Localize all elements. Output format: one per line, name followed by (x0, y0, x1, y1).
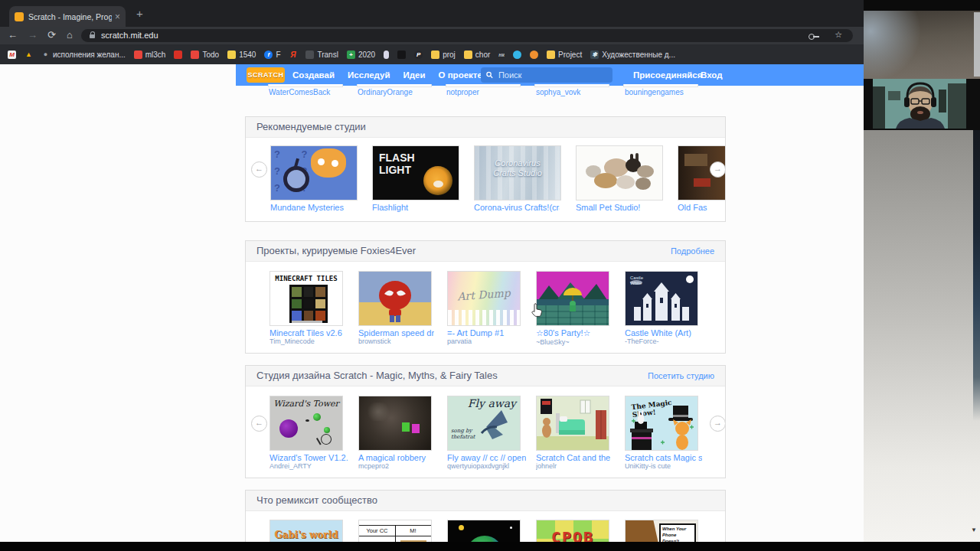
carousel-left-button[interactable]: ← (251, 161, 267, 178)
studio-title[interactable]: Mundane Mysteries (270, 203, 356, 212)
visit-studio-link[interactable]: Посетить студию (648, 366, 714, 386)
see-more-link[interactable]: Подробнее (671, 241, 714, 261)
bookmark-item[interactable]: ▲ (24, 51, 33, 59)
bookmark-item[interactable]: fF (264, 51, 280, 59)
project-card[interactable]: When Your Phone Doesn't Charge (625, 520, 698, 543)
url-text[interactable]: scratch.mit.edu (101, 31, 158, 40)
project-title[interactable]: Spiderman speed dr (358, 328, 434, 337)
studio-thumbnail[interactable]: Coronavirus Crafts Studio (474, 145, 561, 201)
studio-card[interactable]: Old Fas (678, 145, 726, 212)
bookmark-item[interactable] (530, 51, 538, 59)
close-tab-icon[interactable]: × (115, 11, 120, 22)
bookmark-item[interactable]: 1540 (227, 51, 256, 59)
project-thumbnail[interactable]: Your CC M! (358, 520, 432, 543)
project-thumbnail[interactable]: Art Dump (447, 271, 521, 326)
bookmark-item[interactable]: Transl (305, 51, 338, 59)
studio-card[interactable]: Coronavirus Crafts Studio Corona-virus C… (474, 145, 561, 212)
bookmark-item[interactable]: Project (547, 51, 582, 59)
bookmark-item[interactable] (174, 51, 182, 59)
project-thumbnail[interactable]: Wizard's Tower (270, 396, 343, 451)
reload-icon[interactable]: ⟳ (47, 29, 56, 41)
studio-title[interactable]: Old Fas (678, 203, 726, 212)
project-title[interactable]: ☆80's Party!☆ (536, 328, 609, 338)
new-tab-button[interactable]: + (136, 7, 143, 20)
project-card[interactable]: The Magic Show! (625, 396, 702, 470)
bookmark-item[interactable] (397, 51, 406, 59)
studio-title[interactable]: Corona-virus Crafts!(cra (474, 203, 560, 212)
bookmark-item[interactable]: M (8, 51, 16, 59)
bookmark-item[interactable] (513, 51, 521, 59)
project-thumbnail[interactable] (536, 396, 609, 451)
project-title[interactable]: Fly away // cc // open (447, 453, 526, 462)
scratch-logo[interactable]: SCRATCH (247, 67, 285, 83)
carousel-right-button[interactable]: → (710, 416, 726, 432)
project-card[interactable]: Spiderman speed dr brownstick (358, 271, 434, 345)
nav-link-about[interactable]: О проекте (439, 70, 482, 80)
project-card[interactable]: Art Dump =- Art Dump #1 parvatia (447, 271, 521, 345)
project-author[interactable]: mcpepro2 (358, 462, 432, 470)
join-link[interactable]: Присоединяйся (633, 70, 702, 80)
bookmark-item[interactable]: chor (464, 51, 490, 59)
address-bar[interactable]: scratch.mit.edu ☆ (81, 29, 853, 42)
studio-title[interactable]: Flashlight (372, 203, 458, 212)
project-title[interactable]: Scratch cats Magic s (625, 453, 702, 462)
project-author[interactable]: -TheForce- (625, 337, 698, 345)
project-author[interactable]: brownstick (358, 337, 434, 345)
nav-link-ideas[interactable]: Идеи (403, 70, 426, 80)
carousel-left-button[interactable]: ← (251, 416, 267, 432)
bookmark-item[interactable]: ml3ch (134, 51, 166, 59)
studio-thumbnail[interactable]: ? ? ? ? ? ? ? ? (270, 145, 358, 201)
project-thumbnail[interactable] (536, 271, 609, 326)
project-thumbnail[interactable]: Gabi's world (270, 520, 343, 543)
bookmark-star-icon[interactable]: ☆ (835, 30, 842, 40)
project-author[interactable]: parvatia (447, 337, 521, 345)
bookmark-item[interactable] (384, 51, 389, 59)
project-title[interactable]: Minecraft Tiles v2.6 (270, 328, 343, 337)
bookmark-item[interactable]: нк (498, 51, 505, 59)
home-icon[interactable]: ⌂ (67, 29, 73, 41)
bookmark-item[interactable]: proj (431, 51, 456, 59)
bookmark-item[interactable]: +2020 (347, 51, 375, 59)
project-card[interactable]: Castle White (625, 271, 698, 345)
bookmark-item[interactable]: Todo (191, 51, 219, 59)
bookmark-item[interactable]: P (414, 51, 423, 59)
project-card[interactable]: ☆80's Party!☆ ~BlueSky~ (536, 271, 609, 346)
project-thumbnail[interactable] (447, 520, 521, 543)
browser-tab[interactable]: Scratch - Imagine, Program, Sha × (9, 6, 126, 27)
studio-card[interactable]: Small Pet Studio! (576, 145, 663, 212)
project-thumbnail[interactable]: When Your Phone Doesn't Charge (625, 520, 698, 543)
project-card[interactable]: CPOB (536, 520, 609, 543)
project-thumbnail[interactable]: Fly away song by thefatrat (447, 396, 521, 451)
studio-thumbnail[interactable] (576, 145, 663, 201)
project-author[interactable]: Tim_Minecode (270, 337, 343, 345)
project-card[interactable]: Your CC M! (358, 520, 432, 543)
project-author[interactable]: johnelr (536, 462, 610, 470)
bookmark-item[interactable]: ●исполнения желан... (41, 51, 126, 59)
project-card[interactable]: Gabi's world (270, 520, 343, 543)
project-card[interactable] (447, 520, 521, 543)
project-author[interactable]: notproper (446, 88, 479, 96)
scroll-down-icon[interactable]: ▼ (971, 527, 977, 533)
nav-link-explore[interactable]: Исследуй (348, 70, 390, 80)
project-thumbnail[interactable]: The Magic Show! (625, 396, 698, 451)
key-icon[interactable] (808, 34, 815, 40)
search-input[interactable] (497, 70, 607, 80)
project-card[interactable]: MINECRAFT TILES Minecraft Tiles v2.6 Tim… (270, 271, 343, 345)
carousel-right-button[interactable]: → (710, 161, 726, 178)
project-title[interactable]: =- Art Dump #1 (447, 328, 521, 337)
project-card[interactable]: Fly away song by thefatrat Fly away // c… (447, 396, 526, 470)
project-thumbnail[interactable] (358, 271, 432, 326)
signin-link[interactable]: Вход (701, 70, 722, 80)
project-author[interactable]: Andrei_ARTY (270, 462, 348, 470)
project-title[interactable]: A magical robbery (358, 453, 432, 462)
search-box[interactable] (481, 67, 612, 83)
project-author[interactable]: OrdinaryOrange (358, 88, 413, 96)
project-card[interactable]: A magical robbery mcpepro2 (358, 396, 432, 470)
project-thumbnail[interactable]: Castle White (625, 271, 698, 326)
project-author[interactable]: WaterComesBack (269, 88, 330, 96)
project-card[interactable]: Scratch Cat and the johnelr (536, 396, 610, 470)
project-thumbnail[interactable] (358, 396, 432, 451)
nav-link-create[interactable]: Создавай (292, 70, 335, 80)
project-title[interactable]: Wizard's Tower V1.2. (270, 453, 348, 462)
project-author[interactable]: UniKitty-is cute (625, 462, 702, 470)
